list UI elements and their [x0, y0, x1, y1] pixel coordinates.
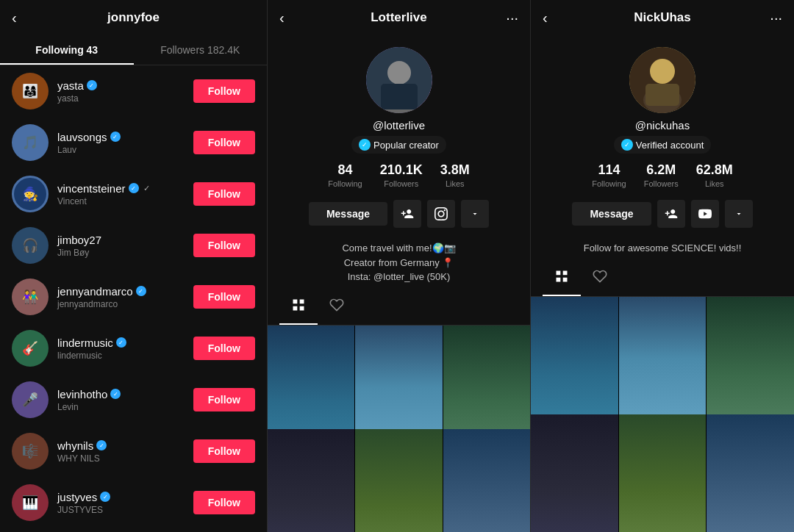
display-name: yasta — [57, 93, 193, 104]
right-message-button[interactable]: Message — [572, 202, 651, 226]
middle-video-tabs — [268, 290, 530, 326]
middle-follow-icon-button[interactable] — [393, 200, 421, 228]
follow-button[interactable]: Follow — [193, 337, 255, 360]
middle-video-grid: ▶ 31.1K ▶ 16.7K ▶ 112.3K — [268, 326, 530, 533]
right-dropdown-button[interactable] — [725, 200, 753, 228]
video-thumbnail[interactable] — [707, 414, 794, 532]
verified-icon: ✓ — [136, 286, 146, 296]
right-back-button[interactable]: ‹ — [543, 10, 548, 25]
middle-bio-text: Come travel with me!🌍📷Creator from Germa… — [282, 241, 515, 284]
verified-icon: ✓ — [96, 440, 107, 450]
follow-button[interactable]: Follow — [193, 234, 255, 257]
right-tab-grid[interactable] — [543, 262, 581, 296]
stat-likes: 3.8M Likes — [440, 162, 470, 188]
display-name: jennyandmarco — [57, 299, 193, 309]
right-youtube-button[interactable] — [691, 200, 719, 228]
avatar: 👨‍👩‍👧 — [12, 73, 49, 109]
username: jimboy27 — [57, 234, 101, 246]
middle-more-button[interactable]: ··· — [506, 10, 518, 26]
follow-item[interactable]: 🎤 levinhotho ✓ Levin Follow — [0, 374, 267, 425]
follow-item[interactable]: 🎵 lauvsongs ✓ Lauv Follow — [0, 117, 267, 168]
middle-action-row: Message — [309, 200, 489, 228]
follow-button[interactable]: Follow — [193, 182, 255, 206]
stat-following-number: 84 — [337, 162, 352, 178]
user-info: jennyandmarco ✓ jennyandmarco — [57, 285, 193, 309]
follow-button[interactable]: Follow — [193, 79, 255, 103]
username-row: whynils ✓ — [57, 439, 193, 452]
follow-item[interactable]: 🧙 vincentsteiner ✓ ✓ Vincent Follow — [0, 168, 267, 220]
middle-avatar — [366, 47, 432, 113]
avatar: 🎸 — [12, 330, 49, 367]
video-thumbnail[interactable] — [355, 429, 442, 532]
follow-button[interactable]: Follow — [193, 491, 255, 514]
follow-item[interactable]: 🎼 whynils ✓ WHY NILS Follow — [0, 425, 267, 477]
stat-followers-label: Followers — [384, 179, 418, 188]
verified-icon: ✓ — [110, 389, 121, 399]
right-badge-icon: ✓ — [621, 139, 633, 151]
right-badge-label: Verified account — [636, 140, 704, 151]
right-more-button[interactable]: ··· — [770, 10, 782, 26]
video-thumbnail[interactable] — [531, 414, 618, 532]
left-panel: ‹ jonnyfoe Following 43 Followers 182.4K… — [0, 0, 268, 532]
right-stats: 114 Following 6.2M Followers 62.8M Likes — [592, 162, 733, 188]
right-bio-text: Follow for awesome SCIENCE! vids!! — [546, 241, 779, 256]
video-thumbnail[interactable] — [268, 429, 354, 532]
follow-item[interactable]: 👫 jennyandmarco ✓ jennyandmarco Follow — [0, 271, 267, 323]
follow-button[interactable]: Follow — [193, 388, 255, 411]
right-stat-followers-number: 6.2M — [646, 162, 676, 178]
username-row: lindermusic ✓ — [57, 337, 193, 349]
follow-item[interactable]: 🎧 jimboy27 Jim Bøy Follow — [0, 220, 267, 271]
user-info: lindermusic ✓ lindermusic — [57, 337, 193, 361]
right-stat-following-label: Following — [592, 179, 626, 188]
right-badge: ✓ Verified account — [614, 136, 712, 154]
username: lindermusic — [57, 337, 113, 349]
right-action-row: Message — [572, 200, 752, 228]
middle-instagram-button[interactable] — [427, 200, 455, 228]
middle-badge: ✓ Popular creator — [351, 136, 446, 154]
user-info: whynils ✓ WHY NILS — [57, 439, 193, 464]
username: jennyandmarco — [57, 285, 133, 298]
username: yasta — [57, 79, 84, 92]
follow-button[interactable]: Follow — [193, 285, 255, 309]
follow-item[interactable]: 🎸 lindermusic ✓ lindermusic Follow — [0, 323, 267, 374]
follow-item[interactable]: 🎹 justyves ✓ JUSTYVES Follow — [0, 477, 267, 528]
username-row: lauvsongs ✓ — [57, 131, 193, 143]
right-follow-icon-button[interactable] — [657, 200, 685, 228]
tab-followers[interactable]: Followers 182.4K — [134, 35, 268, 65]
middle-stats: 84 Following 210.1K Followers 3.8M Likes — [328, 162, 470, 188]
back-button[interactable]: ‹ — [12, 10, 17, 25]
middle-tab-grid[interactable] — [279, 290, 318, 325]
middle-tab-heart[interactable] — [318, 290, 356, 325]
right-stat-likes: 62.8M Likes — [696, 162, 733, 188]
right-tab-heart[interactable] — [581, 262, 619, 296]
tab-following[interactable]: Following 43 — [0, 35, 134, 65]
verified-icon: ✓ — [110, 132, 121, 142]
stat-likes-label: Likes — [446, 179, 465, 188]
middle-header: ‹ Lotterlive ··· — [268, 0, 530, 35]
follow-button[interactable]: Follow — [193, 439, 255, 463]
stat-followers-number: 210.1K — [380, 162, 423, 178]
username-row: levinhotho ✓ — [57, 388, 193, 400]
right-stat-followers: 6.2M Followers — [644, 162, 679, 188]
right-stat-followers-label: Followers — [644, 179, 679, 188]
left-tabs: Following 43 Followers 182.4K — [0, 35, 267, 65]
middle-dropdown-button[interactable] — [461, 200, 489, 228]
badge-label: Popular creator — [373, 140, 439, 151]
avatar: 🎵 — [12, 124, 49, 161]
right-panel: ‹ NickUhas ··· @nickuhas ✓ Verified acco… — [531, 0, 794, 532]
username: vincentsteiner — [57, 182, 126, 195]
video-thumbnail[interactable] — [619, 414, 707, 532]
avatar: 👫 — [12, 278, 49, 315]
follow-button[interactable]: Follow — [193, 131, 255, 154]
following-list: 👨‍👩‍👧 yasta ✓ yasta Follow 🎵 lauvsongs ✓… — [0, 65, 267, 532]
middle-message-button[interactable]: Message — [309, 202, 387, 226]
middle-back-button[interactable]: ‹ — [279, 10, 285, 25]
video-thumbnail[interactable] — [443, 429, 530, 532]
user-info: yasta ✓ yasta — [57, 79, 193, 104]
badge-icon: ✓ — [359, 139, 371, 151]
right-title: NickUhas — [634, 10, 690, 25]
display-name: Jim Bøy — [57, 248, 193, 258]
left-header: ‹ jonnyfoe — [0, 0, 267, 35]
display-name: WHY NILS — [57, 453, 193, 464]
follow-item[interactable]: 👨‍👩‍👧 yasta ✓ yasta Follow — [0, 65, 267, 117]
